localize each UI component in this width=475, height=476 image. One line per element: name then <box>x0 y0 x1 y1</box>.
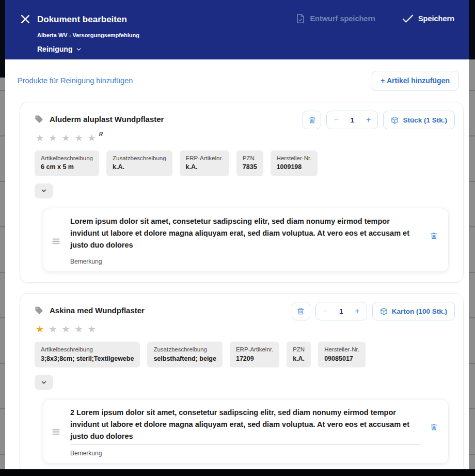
star-icon[interactable]: ★ <box>74 325 83 334</box>
backdrop-top-right <box>469 0 475 59</box>
attribute-chips: Artikelbeschreibung 6 cm x 5 m Zusatzbes… <box>35 150 455 176</box>
attribute-chip: Hersteller-Nr. 09085017 <box>318 342 366 367</box>
star-icon[interactable]: ★ <box>49 325 57 334</box>
product-card-head: Askina med Wundpflaster − 1 + <box>28 302 455 320</box>
chip-value: 17209 <box>236 355 273 364</box>
package-icon <box>391 116 399 124</box>
rating-stars: ★ ★ ★ ★ ★ R <box>36 133 455 143</box>
minus-icon[interactable]: − <box>334 115 338 125</box>
toolbar: Produkte für Reinigung hinzufügen + Arti… <box>5 59 469 100</box>
delete-remark-button[interactable] <box>430 232 438 240</box>
unit-label: Karton (100 Stk.) <box>392 308 447 315</box>
product-title-row: Aluderm aluplast Wundpflaster <box>28 111 164 124</box>
attribute-chip: ERP-Artikelnr. k.A. <box>180 150 229 176</box>
attribute-chip: ERP-Artikelnr. 17209 <box>230 342 279 367</box>
chip-value: k.A. <box>113 163 166 172</box>
product-card: Askina med Wundpflaster − 1 + <box>20 293 464 469</box>
star-icon[interactable]: ★ <box>36 133 44 143</box>
chip-value: 7835 <box>243 163 257 172</box>
unit-select-button[interactable]: Karton (100 Stk.) <box>372 302 455 320</box>
check-icon <box>402 14 414 23</box>
expand-details-button[interactable] <box>35 183 53 198</box>
chip-value: k.A. <box>186 163 223 172</box>
attribute-chip: Hersteller-Nr. 1009198 <box>271 150 318 176</box>
chip-label: Artikelbeschreibung <box>41 154 93 163</box>
modal-header: Dokument bearbeiten Alberta WV - Versorg… <box>5 0 469 59</box>
package-icon <box>380 308 388 315</box>
expand-details-button[interactable] <box>35 375 53 390</box>
minus-icon[interactable]: − <box>323 306 327 316</box>
edit-document-modal: Dokument bearbeiten Alberta WV - Versorg… <box>5 0 469 469</box>
product-card: Aluderm aluplast Wundpflaster − 1 + <box>20 102 464 283</box>
chip-label: Hersteller-Nr. <box>277 154 312 163</box>
delete-product-button[interactable] <box>292 302 310 320</box>
section-dropdown[interactable]: Reinigung <box>37 45 82 53</box>
chip-value: 6 cm x 5 m <box>41 163 93 172</box>
remark-text[interactable]: 2 Lorem ipsum dolor sit amet, consetetur… <box>70 407 421 445</box>
backdrop-bottom-bar <box>0 469 475 476</box>
star-icon[interactable]: ★ <box>61 325 70 334</box>
screen: Dokument bearbeiten Alberta WV - Versorg… <box>0 0 475 476</box>
plus-icon[interactable]: + <box>366 115 371 125</box>
quantity-stepper: − 1 + <box>326 111 378 129</box>
chip-value: k.A. <box>293 355 305 364</box>
attribute-chip: Zusatzbeschreibung k.A. <box>106 150 172 176</box>
chip-value: 3;8x3;8cm; steril;Textilgewebe <box>41 355 134 364</box>
save-draft-label: Entwurf speichern <box>310 14 375 23</box>
chip-label: ERP-Artikelnr. <box>236 345 273 354</box>
quantity-stepper: − 1 + <box>315 302 367 320</box>
close-icon[interactable] <box>19 12 32 26</box>
chevron-down-icon <box>40 187 48 194</box>
document-subtitle: Alberta WV - Versorgungsempfehlung <box>37 32 139 38</box>
add-products-link[interactable]: Produkte für Reinigung hinzufügen <box>18 76 133 85</box>
product-name: Aluderm aluplast Wundpflaster <box>50 115 164 124</box>
unit-label: Stück (1 Stk.) <box>403 116 447 124</box>
star-icon[interactable]: ★ <box>61 133 70 143</box>
attribute-chips: Artikelbeschreibung 3;8x3;8cm; steril;Te… <box>35 342 455 367</box>
attribute-chip: Zusatzbeschreibung selbsthaftend; beige <box>147 342 223 367</box>
star-icon[interactable]: ★ <box>88 325 96 334</box>
attribute-chip: PZN k.A. <box>287 342 311 367</box>
tag-icon <box>35 306 43 315</box>
star-icon[interactable]: ★ <box>88 133 96 143</box>
remark-text[interactable]: Lorem ipsum dolor sit amet, consetetur s… <box>70 216 421 254</box>
delete-remark-button[interactable] <box>430 423 438 431</box>
rating-superscript: R <box>99 131 103 137</box>
star-icon[interactable]: ★ <box>49 133 57 143</box>
save-label: Speichern <box>418 14 454 23</box>
attribute-chip: Artikelbeschreibung 3;8x3;8cm; steril;Te… <box>35 342 140 367</box>
add-article-button[interactable]: + Artikel hinzufügen <box>372 71 458 90</box>
chip-value: selbsthaftend; beige <box>153 355 216 364</box>
chevron-down-icon <box>75 46 82 53</box>
chip-label: ERP-Artikelnr. <box>186 154 223 163</box>
drag-handle-icon[interactable] <box>52 237 63 244</box>
unit-select-button[interactable]: Stück (1 Stk.) <box>383 111 455 129</box>
product-name: Askina med Wundpflaster <box>50 306 145 315</box>
remark-body: 2 Lorem ipsum dolor sit amet, consetetur… <box>70 407 421 457</box>
chevron-down-icon <box>40 379 48 386</box>
rating-stars: ★ ★ ★ ★ ★ <box>36 325 455 334</box>
remark-card: 2 Lorem ipsum dolor sit amet, consetetur… <box>43 399 449 464</box>
remark-field-label: Bemerkung <box>70 258 421 265</box>
save-draft-button[interactable]: Entwurf speichern <box>296 13 375 24</box>
chip-label: PZN <box>293 345 305 354</box>
backdrop-top-left <box>0 0 5 78</box>
remark-field-label: Bemerkung <box>70 450 421 457</box>
chip-value: 09085017 <box>324 355 359 364</box>
tag-icon <box>35 115 43 124</box>
product-controls: − 1 + Stück (1 Stk.) <box>303 111 455 129</box>
plus-icon[interactable]: + <box>355 306 359 316</box>
chip-label: Zusatzbeschreibung <box>153 345 216 354</box>
remark-body: Lorem ipsum dolor sit amet, consetetur s… <box>70 216 421 266</box>
delete-product-button[interactable] <box>303 111 321 129</box>
draft-document-icon <box>296 13 305 24</box>
drag-handle-icon[interactable] <box>52 428 63 436</box>
save-button[interactable]: Speichern <box>402 14 454 23</box>
star-icon[interactable]: ★ <box>74 133 83 143</box>
remark-card: Lorem ipsum dolor sit amet, consetetur s… <box>43 208 449 272</box>
product-card-head: Aluderm aluplast Wundpflaster − 1 + <box>28 111 455 129</box>
chip-value: 1009198 <box>277 163 312 172</box>
attribute-chip: Artikelbeschreibung 6 cm x 5 m <box>35 150 99 176</box>
chip-label: Hersteller-Nr. <box>324 345 359 354</box>
star-icon[interactable]: ★ <box>36 325 44 334</box>
